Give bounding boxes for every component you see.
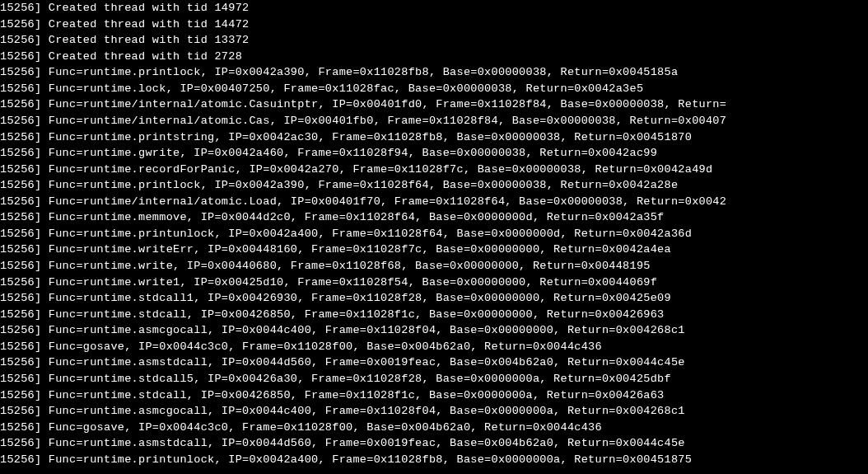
log-line: 15256] Created thread with tid 14472 xyxy=(0,16,868,33)
log-line: 15256] Func=gosave, IP=0x0044c3c0, Frame… xyxy=(0,339,868,355)
log-line: 15256] Func=runtime.writeErr, IP=0x00448… xyxy=(0,242,868,258)
log-line: 15256] Func=runtime.printunlock, IP=0x00… xyxy=(0,452,868,468)
log-line: 15256] Func=runtime.asmstdcall, IP=0x004… xyxy=(0,435,868,452)
log-line: 15256] Func=runtime.memmove, IP=0x0044d2… xyxy=(0,209,868,226)
log-line: 15256] Func=runtime.stdcall, IP=0x004268… xyxy=(0,387,868,404)
log-line: 15256] Func=runtime.stdcall5, IP=0x00426… xyxy=(0,371,868,387)
log-line: 15256] Func=runtime.asmcgocall, IP=0x004… xyxy=(0,322,868,339)
log-line: 15256] Func=runtime.write, IP=0x00440680… xyxy=(0,258,868,275)
log-line: 15256] Func=runtime.printunlock, IP=0x00… xyxy=(0,226,868,242)
log-line: 15256] Func=runtime.asmstdcall, IP=0x004… xyxy=(0,354,868,371)
log-line: 15256] Func=runtime.asmcgocall, IP=0x004… xyxy=(0,403,868,420)
log-line: 15256] Func=runtime.lock, IP=0x00407250,… xyxy=(0,81,868,97)
log-line: 15256] Created thread with tid 14972 xyxy=(0,0,868,16)
log-line: 15256] Func=gosave, IP=0x0044c3c0, Frame… xyxy=(0,420,868,436)
log-line: 15256] Func=runtime/internal/atomic.Casu… xyxy=(0,96,868,113)
log-line: 15256] Func=runtime/internal/atomic.Load… xyxy=(0,194,868,210)
log-line: 15256] Func=runtime/internal/atomic.Cas,… xyxy=(0,113,868,129)
log-line: 15256] Func=runtime.write1, IP=0x00425d1… xyxy=(0,275,868,291)
log-line: 15256] Func=runtime.gwrite, IP=0x0042a46… xyxy=(0,145,868,162)
log-line: 15256] Func=runtime.printstring, IP=0x00… xyxy=(0,129,868,146)
console-output: 15256] Created thread with tid 149721525… xyxy=(0,0,868,467)
log-line: 15256] Created thread with tid 2728 xyxy=(0,49,868,65)
log-line: 15256] Func=runtime.printlock, IP=0x0042… xyxy=(0,177,868,194)
log-line: 15256] Func=runtime.stdcall, IP=0x004268… xyxy=(0,307,868,323)
log-line: 15256] Func=runtime.recordForPanic, IP=0… xyxy=(0,162,868,178)
log-line: 15256] Created thread with tid 13372 xyxy=(0,32,868,49)
log-line: 15256] Func=runtime.printlock, IP=0x0042… xyxy=(0,64,868,81)
log-line: 15256] Func=runtime.stdcall1, IP=0x00426… xyxy=(0,290,868,307)
